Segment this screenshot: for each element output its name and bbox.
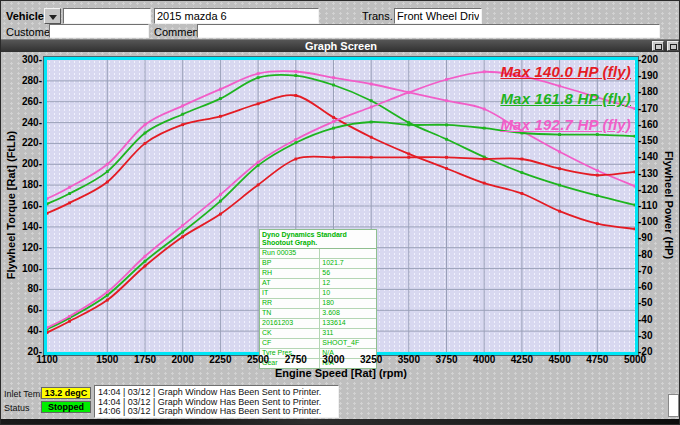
inlet-temp-label: Inlet Temp [4, 389, 45, 399]
dyno-chart: Flywheel Torque [Rat] (FtLb) Flywheel Po… [1, 52, 680, 381]
window-title: Graph Screen [1, 40, 680, 52]
y-axis-tick-right: -150 [638, 136, 658, 146]
x-axis-tick: 4250 [502, 355, 542, 365]
legend-max-hp-run1: Max 140.0 HP (fly) [500, 63, 631, 80]
plot-area[interactable]: Max 140.0 HP (fly) Max 161.8 HP (fly) Ma… [44, 57, 638, 355]
y-axis-tick-right: -60 [638, 282, 652, 292]
graph-screen-titlebar[interactable]: Graph Screen [1, 39, 680, 52]
table-row: 20161203133614 [260, 319, 376, 329]
maximize-icon [670, 44, 677, 50]
x-axis-tick: 1100 [27, 355, 67, 365]
x-axis-tick: 5000 [615, 355, 655, 365]
vehicle-name-input[interactable] [154, 8, 319, 24]
x-axis-tick: 3500 [389, 355, 429, 365]
status-label: Status [4, 403, 30, 413]
restore-icon [655, 44, 662, 50]
table-row: TN3.608 [260, 309, 376, 319]
legend-max-hp-run2: Max 161.8 HP (fly) [500, 90, 631, 107]
vehicle-input[interactable] [63, 8, 151, 24]
y-axis-tick-left: 180- [1, 180, 42, 190]
y-axis-tick-left: 200- [1, 159, 42, 169]
customer-label: Customer [6, 26, 54, 38]
scrollbar[interactable] [668, 394, 679, 417]
x-axis-tick: 2000 [163, 355, 203, 365]
y-axis-tick-right: -120 [638, 185, 658, 195]
printer-log-box[interactable]: 14:04 | 03/12 | Graph Window Has Been Se… [94, 385, 339, 418]
legend-max-hp-run3: Max 192.7 HP (fly) [500, 116, 631, 133]
run-info-table: Dyno Dynamics Standard Shootout Graph. R… [259, 229, 377, 369]
status-bar: Inlet Temp Status 13.2 degC Stopped 14:0… [1, 381, 680, 419]
y-axis-tick-left: 260- [1, 97, 42, 107]
table-row: IT10 [260, 289, 376, 299]
inlet-temp-value: 13.2 degC [41, 387, 91, 399]
y-axis-tick-right: -90 [638, 233, 652, 243]
y-axis-tick-right: -80 [638, 250, 652, 260]
y-axis-tick-left: 60- [1, 305, 42, 315]
table-row: BP1021.7 [260, 259, 376, 269]
x-axis-tick: 2250 [200, 355, 240, 365]
maximize-button[interactable] [667, 41, 679, 51]
x-axis-tick: 4500 [540, 355, 580, 365]
y-axis-tick-left: 40- [1, 326, 42, 336]
y-axis-tick-left: 240- [1, 118, 42, 128]
trans-label: Trans. [362, 10, 393, 22]
y-axis-tick-left: 100- [1, 264, 42, 274]
y-axis-tick-left: 220- [1, 138, 42, 148]
y-axis-tick-left: 300- [1, 55, 42, 65]
y-axis-tick-right: -110 [638, 201, 657, 211]
x-axis-tick: 1500 [87, 355, 127, 365]
x-axis-title: Engine Speed [Rat] (rpm) [1, 367, 680, 379]
vehicle-label: Vehicle [6, 10, 44, 22]
y-axis-tick-right: -50 [638, 298, 652, 308]
right-axis-title: Flywheel Power (HP) [663, 55, 675, 355]
y-axis-tick-right: -180 [638, 87, 658, 97]
y-axis-tick-right: -170 [638, 104, 658, 114]
table-row: AT12 [260, 279, 376, 289]
taskbar-strip [1, 419, 680, 425]
x-axis-tick: 3250 [351, 355, 391, 365]
x-axis-tick: 3000 [313, 355, 353, 365]
y-axis-tick-left: 140- [1, 222, 42, 232]
y-axis-tick-left: 280- [1, 76, 42, 86]
y-axis-tick-left: 80- [1, 284, 42, 294]
customer-input[interactable] [49, 24, 149, 38]
run-info-table-header: Dyno Dynamics Standard Shootout Graph. [260, 230, 376, 249]
y-axis-tick-left: 120- [1, 243, 42, 253]
chevron-down-icon [49, 15, 57, 20]
status-value-badge: Stopped [41, 401, 91, 413]
y-axis-tick-right: -30 [638, 331, 652, 341]
comment-input[interactable] [197, 24, 660, 38]
x-axis-tick: 2750 [276, 355, 316, 365]
y-axis-tick-right: -140 [638, 152, 658, 162]
x-axis-tick: 4750 [577, 355, 617, 365]
comment-label: Comment [154, 26, 202, 38]
x-axis-tick: 4000 [464, 355, 504, 365]
y-axis-tick-left: 160- [1, 201, 42, 211]
table-row: Run 00035 [260, 249, 376, 259]
restore-button[interactable] [652, 41, 664, 51]
y-axis-tick-right: -100 [638, 217, 658, 227]
table-row: RH56 [260, 269, 376, 279]
x-axis-tick: 2500 [238, 355, 278, 365]
x-axis-tick: 3750 [427, 355, 467, 365]
table-row: CFSHOOT_4F [260, 339, 376, 349]
log-line: 14:06 | 03/12 | Graph Window Has Been Se… [98, 407, 335, 417]
dyno-software-window: Vehicle Trans. Customer Comment Graph Sc… [0, 0, 680, 425]
y-axis-tick-right: -40 [638, 315, 652, 325]
y-axis-tick-right: -190 [638, 71, 658, 81]
y-axis-tick-right: -70 [638, 266, 652, 276]
y-axis-tick-right: -130 [638, 169, 658, 179]
y-axis-tick-right: -200 [638, 55, 658, 65]
vehicle-dropdown-button[interactable] [44, 8, 61, 24]
table-row: CK311 [260, 329, 376, 339]
table-row: RR180 [260, 299, 376, 309]
x-axis-tick: 1750 [125, 355, 165, 365]
trans-input[interactable] [394, 8, 482, 24]
y-axis-tick-right: -160 [638, 120, 658, 130]
